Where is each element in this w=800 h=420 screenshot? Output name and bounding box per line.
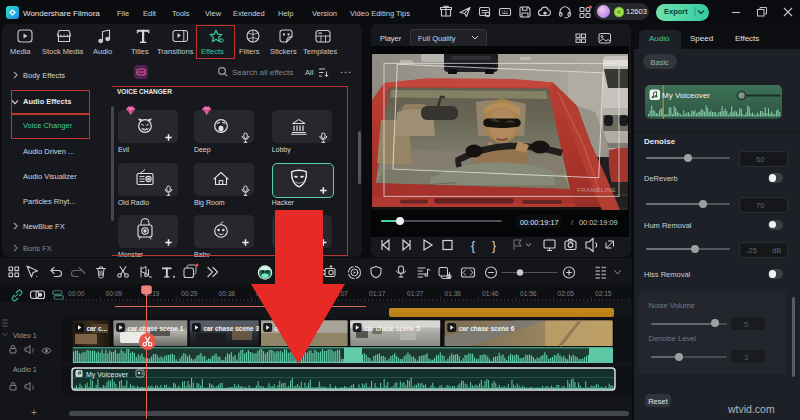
svg-text:02:05: 02:05: [558, 290, 575, 297]
svg-text:FRAMELINE: FRAMELINE: [577, 186, 616, 193]
svg-text:01:36: 01:36: [445, 290, 462, 297]
svg-text:01:56: 01:56: [520, 290, 537, 297]
svg-text:01:17: 01:17: [369, 290, 386, 297]
svg-text:01:27: 01:27: [407, 290, 424, 297]
svg-text:00:29: 00:29: [181, 290, 198, 297]
svg-text:00:38: 00:38: [219, 290, 236, 297]
svg-text:car c...: car c...: [86, 325, 107, 332]
svg-text:My Voiceover: My Voiceover: [86, 371, 129, 379]
svg-text:car chase scene 1: car chase scene 1: [128, 325, 184, 332]
svg-text:{: {: [471, 239, 475, 253]
svg-text:01:46: 01:46: [482, 290, 499, 297]
svg-text:02:15: 02:15: [595, 290, 612, 297]
svg-text:car chase scene 6: car chase scene 6: [459, 325, 515, 332]
svg-text:car chase scene 5: car chase scene 5: [364, 325, 420, 332]
svg-text:}: }: [492, 239, 496, 253]
